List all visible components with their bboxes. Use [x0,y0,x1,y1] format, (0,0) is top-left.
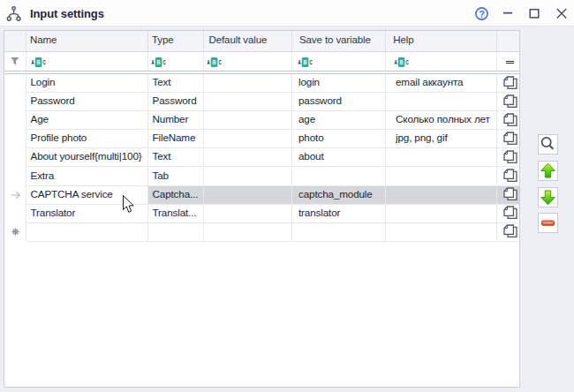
svg-text:A: A [298,59,301,65]
svg-text:A: A [207,59,209,65]
svg-text:C: C [218,59,221,65]
svg-text:A: A [32,59,34,65]
svg-text:?: ? [479,9,485,19]
svg-text:B: B [157,58,161,66]
svg-text:C: C [163,59,166,65]
svg-text:A: A [152,59,155,65]
svg-text:C: C [310,59,313,65]
svg-text:C: C [406,59,409,65]
svg-text:B: B [37,58,41,66]
svg-text:B: B [400,58,404,66]
svg-text:B: B [304,58,307,66]
svg-text:B: B [212,58,215,66]
svg-text:C: C [42,59,45,65]
svg-text:A: A [395,59,397,65]
